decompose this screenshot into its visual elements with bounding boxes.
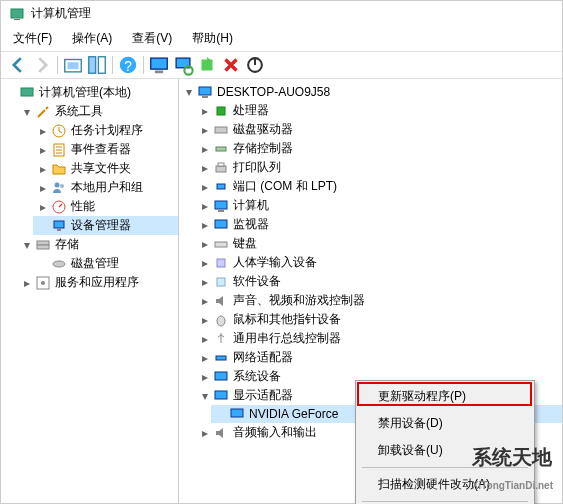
device-tree-root[interactable]: ▾ DESKTOP-AUO9J58 <box>179 83 562 101</box>
chevron-right-icon[interactable]: ▸ <box>199 105 211 117</box>
tree-label: 人体学输入设备 <box>233 254 317 271</box>
device-storage-controllers[interactable]: ▸存储控制器 <box>195 139 562 158</box>
window-title: 计算机管理 <box>31 5 91 22</box>
tree-system-tools[interactable]: ▾ 系统工具 <box>17 102 178 121</box>
device-keyboards[interactable]: ▸键盘 <box>195 234 562 253</box>
svg-rect-21 <box>57 229 61 231</box>
chevron-right-icon[interactable]: ▸ <box>199 427 211 439</box>
usb-icon <box>213 331 229 347</box>
enable-button[interactable] <box>244 54 266 76</box>
device-computer[interactable]: ▸计算机 <box>195 196 562 215</box>
tree-task-scheduler[interactable]: ▸任务计划程序 <box>33 121 178 140</box>
svg-rect-23 <box>37 245 49 249</box>
chevron-right-icon[interactable]: ▸ <box>37 182 49 194</box>
chevron-right-icon[interactable]: ▸ <box>199 162 211 174</box>
chevron-right-icon[interactable]: ▸ <box>199 371 211 383</box>
up-button[interactable] <box>62 54 84 76</box>
menu-help[interactable]: 帮助(H) <box>188 28 237 49</box>
chevron-down-icon[interactable]: ▾ <box>199 390 211 402</box>
audio-icon <box>213 425 229 441</box>
device-network[interactable]: ▸网络适配器 <box>195 348 562 367</box>
tree-device-manager[interactable]: ▸设备管理器 <box>33 216 178 235</box>
tree-local-users[interactable]: ▸本地用户和组 <box>33 178 178 197</box>
ctx-disable-device[interactable]: 禁用设备(D) <box>358 410 532 437</box>
chevron-right-icon[interactable]: ▸ <box>199 181 211 193</box>
tree-event-viewer[interactable]: ▸事件查看器 <box>33 140 178 159</box>
menu-file[interactable]: 文件(F) <box>9 28 56 49</box>
ctx-update-driver[interactable]: 更新驱动程序(P) <box>358 383 532 410</box>
menu-action[interactable]: 操作(A) <box>68 28 116 49</box>
forward-button[interactable] <box>31 54 53 76</box>
menu-view[interactable]: 查看(V) <box>128 28 176 49</box>
tree-label: 通用串行总线控制器 <box>233 330 341 347</box>
chevron-right-icon[interactable]: ▸ <box>199 314 211 326</box>
tree-disk-management[interactable]: ▸磁盘管理 <box>33 254 178 273</box>
tree-shared-folders[interactable]: ▸共享文件夹 <box>33 159 178 178</box>
display-icon <box>213 388 229 404</box>
delete-button[interactable] <box>220 54 242 76</box>
svg-rect-20 <box>54 221 64 228</box>
chevron-right-icon[interactable]: ▸ <box>199 219 211 231</box>
printer-icon <box>213 160 229 176</box>
chevron-right-icon[interactable]: ▸ <box>199 352 211 364</box>
show-hide-button[interactable] <box>86 54 108 76</box>
device-usb[interactable]: ▸通用串行总线控制器 <box>195 329 562 348</box>
chevron-right-icon[interactable]: ▸ <box>199 333 211 345</box>
performance-icon <box>51 199 67 215</box>
device-mice[interactable]: ▸鼠标和其他指针设备 <box>195 310 562 329</box>
software-icon <box>213 274 229 290</box>
chevron-right-icon[interactable]: ▸ <box>199 200 211 212</box>
tree-computer-management[interactable]: ▾ 计算机管理(本地) <box>1 83 178 102</box>
computer-icon-button[interactable] <box>148 54 170 76</box>
chevron-right-icon[interactable]: ▸ <box>199 295 211 307</box>
device-disk-drives[interactable]: ▸磁盘驱动器 <box>195 120 562 139</box>
device-ports[interactable]: ▸端口 (COM 和 LPT) <box>195 177 562 196</box>
clock-icon <box>51 123 67 139</box>
chevron-right-icon[interactable]: ▸ <box>199 238 211 250</box>
chevron-right-icon[interactable]: ▸ <box>37 163 49 175</box>
scan-button[interactable] <box>172 54 194 76</box>
svg-rect-32 <box>216 166 226 172</box>
chevron-down-icon[interactable]: ▾ <box>183 86 195 98</box>
chevron-right-icon[interactable]: ▸ <box>199 124 211 136</box>
tree-label: 监视器 <box>233 216 269 233</box>
svg-point-26 <box>41 281 45 285</box>
chevron-right-icon[interactable]: ▸ <box>21 277 33 289</box>
chevron-right-icon[interactable]: ▸ <box>199 257 211 269</box>
svg-rect-9 <box>155 71 163 74</box>
tree-label: 声音、视频和游戏控制器 <box>233 292 365 309</box>
device-processors[interactable]: ▸处理器 <box>195 101 562 120</box>
tree-label: 存储控制器 <box>233 140 293 157</box>
chevron-down-icon[interactable]: ▾ <box>21 106 33 118</box>
cpu-icon <box>213 103 229 119</box>
help-button[interactable]: ? <box>117 54 139 76</box>
svg-rect-27 <box>199 87 211 95</box>
back-button[interactable] <box>7 54 29 76</box>
svg-point-41 <box>217 316 225 326</box>
watermark: 系统天地 XiTongTianDi.net <box>472 444 553 494</box>
device-sound[interactable]: ▸声音、视频和游戏控制器 <box>195 291 562 310</box>
computer-icon <box>19 85 35 101</box>
device-hid[interactable]: ▸人体学输入设备 <box>195 253 562 272</box>
svg-point-17 <box>55 182 60 187</box>
chevron-down-icon[interactable]: ▾ <box>21 239 33 251</box>
update-button[interactable] <box>196 54 218 76</box>
svg-rect-8 <box>151 58 168 69</box>
tree-services[interactable]: ▸ 服务和应用程序 <box>17 273 178 292</box>
chevron-right-icon[interactable]: ▸ <box>199 143 211 155</box>
tree-label: 网络适配器 <box>233 349 293 366</box>
chevron-right-icon[interactable]: ▸ <box>37 144 49 156</box>
tree-label: 共享文件夹 <box>71 160 131 177</box>
tree-label: 键盘 <box>233 235 257 252</box>
tools-icon <box>35 104 51 120</box>
device-print-queues[interactable]: ▸打印队列 <box>195 158 562 177</box>
device-software-devices[interactable]: ▸软件设备 <box>195 272 562 291</box>
sound-icon <box>213 293 229 309</box>
device-monitors[interactable]: ▸监视器 <box>195 215 562 234</box>
tree-performance[interactable]: ▸性能 <box>33 197 178 216</box>
chevron-right-icon[interactable]: ▸ <box>37 125 49 137</box>
chevron-right-icon[interactable]: ▸ <box>199 276 211 288</box>
chevron-right-icon[interactable]: ▸ <box>37 201 49 213</box>
storage-icon <box>35 237 51 253</box>
tree-storage[interactable]: ▾ 存储 <box>17 235 178 254</box>
